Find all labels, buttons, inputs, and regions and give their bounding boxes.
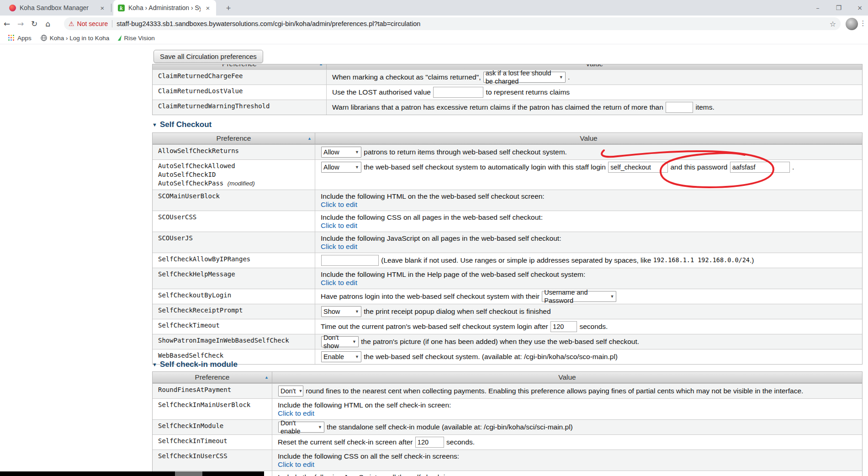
select-value: Allow [323,163,339,171]
preference-name: SelfCheckInTimeout [158,437,266,445]
bookmark-label: Rise Vision [124,35,154,42]
column-header-value[interactable]: Value [326,64,862,69]
value-text: Include the following JavaScript on all … [321,234,561,242]
preference-select[interactable]: Allow▼ [321,147,361,158]
tab-close-icon[interactable]: × [204,4,212,12]
bookmark-apps[interactable]: Apps [5,35,34,42]
preference-name-cell: SelfCheckHelpMessage [153,268,315,289]
table-row: AutoSelfCheckAllowedAutoSelfCheckIDAutoS… [153,159,862,190]
value-text: Include the following JavaScript on all … [278,473,478,476]
preference-value-cell: Enable▼ the web-based self checkout syst… [315,349,862,364]
table-row: SelfCheckReceiptPromptShow▼ the print re… [153,304,862,319]
preference-select[interactable]: Don't▼ [278,386,303,397]
chevron-down-icon: ▼ [355,148,359,156]
value-text: When marking a checkout as "claims retur… [332,73,483,81]
preference-value-cell: Time out the current patron's web-based … [315,319,862,334]
column-header-value[interactable]: Value [272,372,862,383]
globe-icon [41,35,47,41]
table-row: SelfCheckHelpMessageInclude the followin… [153,268,862,289]
preference-select[interactable]: ask if a lost fee should be charged▼ [483,72,566,83]
preference-select[interactable]: Username and Password▼ [542,291,616,302]
forward-icon[interactable]: → [14,19,27,28]
preference-name: ShowPatronImageInWebBasedSelfCheck [158,336,309,345]
section-header-self-check-in-module[interactable]: ▼ Self check-in module [152,360,238,369]
preference-name-cell: RoundFinesAtPayment [153,384,272,398]
preference-name: SelfCheckReceiptPrompt [158,306,309,315]
new-tab-button[interactable]: + [222,3,234,13]
column-header-preference[interactable]: Preference▲ [153,372,272,383]
save-all-circulation-preferences-button[interactable]: Save all Circulation preferences [153,50,263,63]
close-icon[interactable]: × [855,4,864,11]
bookmark-rise-vision[interactable]: Rise Vision [116,35,157,42]
tab-koha-administration[interactable]: k Koha › Administration › System p × [113,0,216,16]
reload-icon[interactable]: ↻ [27,19,41,28]
preference-select[interactable]: Enable▼ [321,351,361,362]
not-secure-label[interactable]: Not secure [77,20,108,27]
ip-example-text: 192.168.1.1 192.168.0.0/24 [653,256,750,264]
preference-name: WebBasedSelfCheck [158,351,309,360]
tab-close-icon[interactable]: × [99,4,106,12]
not-secure-warning-icon: ⚠ [69,20,74,27]
preference-input[interactable] [415,437,444,448]
preference-name-cell: ShowPatronImageInWebBasedSelfCheck [153,334,315,349]
maximize-icon[interactable]: ❐ [834,4,843,11]
tab-title: Koha › Administration › System p [128,4,201,11]
click-to-edit-link[interactable]: Click to edit [321,279,357,286]
preference-input[interactable] [321,255,379,266]
self-checkout-table: Preference▲ValueAllowSelfCheckReturnsAll… [152,132,863,365]
value-text: Reset the current self check-in screen a… [278,438,415,446]
claims-returned-table: Preference▲ValueClaimReturnedChargeFeeWh… [152,64,863,115]
url-text[interactable]: staff-bug24333.sb1.sandboxes.bywatersolu… [116,20,826,27]
preference-input[interactable] [666,102,693,113]
preference-input[interactable] [608,162,668,173]
column-header-preference[interactable]: Preference▲ [153,64,326,69]
minimize-icon[interactable]: – [813,4,822,11]
table-row: SelfCheckInMainUserBlockInclude the foll… [153,398,862,419]
value-text: the patron's picture (if one has been ad… [359,338,639,345]
preference-name: SelfCheckoutByLogin [158,291,309,300]
table-row: SelfCheckoutByLoginHave patrons login in… [153,289,862,304]
bookmark-koha-login[interactable]: Koha › Log in to Koha [38,35,112,42]
preference-input[interactable] [433,87,483,98]
table-header: Preference▲Value [153,133,862,144]
preference-value-cell: Include the following CSS on all the sel… [272,450,862,471]
preference-value-cell: Reset the current self check-in screen a… [272,435,862,450]
click-to-edit-link[interactable]: Click to edit [321,201,357,208]
preference-input[interactable] [730,162,790,173]
click-to-edit-link[interactable]: Click to edit [321,243,357,250]
tab-koha-sandbox-manager[interactable]: Koha Sandbox Manager × [5,0,111,16]
preference-value-cell: Have patrons login into the web-based se… [315,289,862,304]
preference-value-cell: Use the LOST authorised value to represe… [326,85,862,100]
value-text: the print receipt popup dialog when self… [362,307,551,315]
back-icon[interactable]: ← [0,19,14,28]
preference-name: AutoSelfCheckPass (modified) [158,179,309,188]
select-value: Don't enable [281,419,315,435]
bookmark-label: Apps [17,35,32,42]
table-row: ShowPatronImageInWebBasedSelfCheckDon't … [153,334,862,349]
click-to-edit-link[interactable]: Click to edit [278,409,314,417]
preference-name: AutoSelfCheckID [158,170,309,179]
preference-select[interactable]: Don't enable▼ [278,422,324,433]
preference-input[interactable] [550,321,577,332]
address-bar[interactable]: ⚠ Not secure staff-bug24333.sb1.sandboxe… [64,17,841,30]
preference-select[interactable]: Show▼ [321,306,361,317]
preference-select[interactable]: Allow▼ [321,162,361,173]
table-header: Preference▲Value [153,372,862,383]
column-header-value[interactable]: Value [315,133,862,144]
browser-menu-icon[interactable]: ⋮ [859,19,867,27]
preference-value-cell: Include the following JavaScript on all … [315,232,862,253]
preference-select[interactable]: Don't show▼ [321,336,359,347]
preference-value-cell: Allow▼ patrons to return items through w… [315,145,862,159]
preference-name: ClaimReturnedChargeFee [158,72,321,80]
profile-avatar[interactable] [846,18,858,30]
bookmark-star-icon[interactable]: ☆ [830,20,836,28]
home-icon[interactable]: ⌂ [41,19,55,28]
preference-name-cell: SCOUserJS [153,232,315,253]
value-text: the web-based self checkout system. (ava… [362,353,618,360]
section-header-self-checkout[interactable]: ▼ Self Checkout [152,120,212,129]
click-to-edit-link[interactable]: Click to edit [278,460,314,468]
select-value: Don't show [323,333,349,350]
column-header-preference[interactable]: Preference▲ [153,133,315,144]
value-text: Include the following HTML on the the we… [321,192,545,200]
click-to-edit-link[interactable]: Click to edit [321,222,357,229]
